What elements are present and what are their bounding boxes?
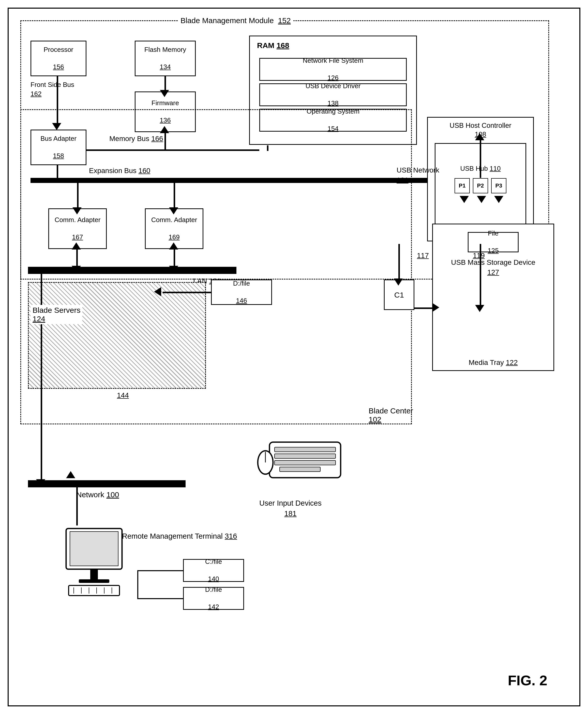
d-file-142-box: D:/file 142 [183,587,244,610]
terminal-to-cfile-line [137,570,184,571]
ref-119-label: 119 [473,252,485,260]
lan-to-ca1-line [76,249,78,252]
lan-thick-bar [28,267,236,274]
d-file-146-box: D:/file 146 [211,280,272,305]
front-side-bus-label: Front Side Bus162 [30,80,74,99]
ref-144-label: 144 [117,391,129,399]
dfile-to-bs-arrow [154,287,161,296]
usb-mass-storage-label: USB Mass Storage Device127 [451,257,535,277]
ca1-to-lan-line [76,249,78,267]
fig-label: FIG. 2 [508,672,547,689]
lan-to-ca2-arrow [169,242,178,250]
svg-rect-14 [275,460,336,465]
flash-to-firmware-arrow [160,90,169,97]
p3-arrow [494,196,503,203]
svg-rect-2 [90,569,98,579]
p1-arrow [460,196,469,203]
hub-ports: P1 P2 P3 [453,178,508,193]
terminal-to-dfile-line [137,598,184,599]
p2-to-c1-line [398,244,400,280]
c1-to-mt-h-line [414,307,434,309]
blade-servers-label: Blade Servers124 [30,305,82,324]
p3-to-mt-arrow [475,305,484,312]
usb-dd-box: USB Device Driver 138 [259,83,407,106]
processor-box: Processor156 [30,41,86,76]
port-p2: P2 [473,178,488,193]
port-p1: P1 [455,178,470,193]
ca1-to-lan-arrow [72,266,81,273]
expbus-to-uhc-arrow [475,133,484,140]
page-container: Blade Management Module 152 Processor156… [0,0,588,714]
media-tray-label: Media Tray 122 [469,359,518,367]
blade-center-label: Blade Center102 [369,407,413,424]
expbus-to-uhc-line [480,140,481,178]
port-p3: P3 [491,178,506,193]
file-boxes-connector [137,570,138,599]
flash-to-firmware-line [165,76,166,91]
remote-terminal-label: Remote Management Terminal 316 [122,531,237,541]
c-file-140-box: C:/file 140 [183,559,244,582]
network-label: Network 100 [76,491,119,499]
p2-to-c1-arrow [394,279,403,286]
network-thick-bar [28,480,186,488]
nfs-box: Network File System 126 [259,58,407,81]
dfile-to-bs-line [163,292,211,293]
svg-rect-15 [280,467,320,472]
svg-rect-3 [79,579,109,583]
lan-to-ca1-arrow [72,242,81,250]
c1-to-mt-arrow [432,303,439,312]
user-input-devices-icon [254,422,346,493]
ca2-to-lan-line [174,249,175,267]
hub-port-arrows [458,196,503,203]
file-125-box: File 125 [468,232,519,252]
svg-rect-12 [275,447,336,452]
blade-mgmt-module-label: Blade Management Module 152 [178,16,293,25]
ca2-to-lan-arrow [169,266,178,273]
terminal-to-network-line [76,488,78,525]
blade-servers-box [28,282,206,389]
p2-arrow [477,196,486,203]
user-input-devices-label: User Input Devices181 [259,498,321,519]
svg-rect-13 [275,454,336,458]
lan-to-network-arrow [36,479,45,486]
media-tray-box: File 125 USB Mass Storage Device127 Medi… [432,223,554,371]
network-from-terminal-arrow [66,471,75,478]
flash-memory-box: Flash Memory134 [135,41,196,76]
p3-to-mt-line [480,244,481,306]
svg-rect-1 [70,532,118,566]
ref-117-label: 117 [417,252,429,260]
